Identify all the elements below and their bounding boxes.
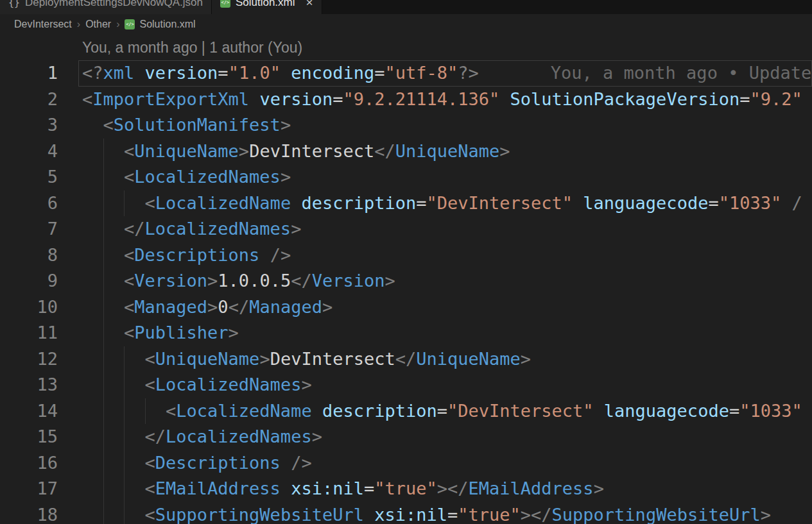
code-line[interactable]: 13 <LocalizedNames> [0, 372, 812, 398]
code-token: xml [103, 63, 135, 83]
tab-deploymentsettingsdevnowqa-json[interactable]: {}DeploymentSettingsDevNowQA.json [0, 0, 212, 14]
code-line[interactable]: 18 <SupportingWebsiteUrl xsi:nil="true">… [0, 502, 812, 524]
code-line[interactable]: 11 <Publisher> [0, 320, 812, 346]
line-number[interactable]: 12 [0, 346, 58, 373]
code-line[interactable]: 6 <LocalizedName description="DevInterse… [0, 190, 812, 217]
line-content: <Version>1.0.0.5</Version> [78, 268, 812, 294]
line-number[interactable]: 1 [0, 60, 58, 87]
line-number[interactable]: 13 [0, 372, 58, 398]
code-token [259, 245, 270, 265]
code-line[interactable]: 7 </LocalizedNames> [0, 216, 812, 242]
line-number[interactable]: 11 [0, 320, 58, 346]
line-number[interactable]: 16 [0, 450, 58, 477]
breadcrumb-label: Other [85, 19, 111, 30]
tab-content: </>Solution.xml× [212, 0, 322, 14]
indent-guide [124, 372, 125, 398]
line-content: </LocalizedNames> [78, 424, 812, 450]
code-token: "9.2" [750, 89, 802, 109]
line-number[interactable]: 6 [0, 190, 58, 217]
code-line[interactable]: 10 <Managed>0</Managed> [0, 294, 812, 321]
code-token [134, 63, 144, 83]
line-number[interactable]: 15 [0, 424, 58, 450]
code-line[interactable]: 16 <Descriptions /> [0, 450, 812, 477]
code-token: Managed [134, 297, 207, 317]
line-content: <ImportExportXml version="9.2.21114.136"… [78, 87, 812, 113]
line-number[interactable]: 17 [0, 476, 58, 502]
indent-guide [124, 346, 125, 373]
code-line[interactable]: 2<ImportExportXml version="9.2.21114.136… [0, 87, 812, 113]
code-line[interactable]: 9 <Version>1.0.0.5</Version> [0, 268, 812, 294]
code-line[interactable]: 15 </LocalizedNames> [0, 424, 812, 450]
tab-solution-xml[interactable]: </>Solution.xml× [212, 0, 322, 14]
code-token: < [124, 167, 134, 187]
code-token: > [301, 375, 311, 394]
code-token: > [761, 505, 771, 524]
code-token: languagecode [604, 401, 729, 421]
line-number[interactable]: 10 [0, 294, 58, 321]
code-token: <? [82, 63, 103, 83]
line-number[interactable]: 18 [0, 502, 58, 524]
breadcrumb-item-solution-xml[interactable]: </>Solution.xml [125, 19, 195, 30]
code-token: > [207, 271, 218, 291]
close-icon[interactable]: × [306, 0, 313, 10]
code-token: = [729, 401, 739, 421]
line-number[interactable]: 7 [0, 216, 58, 242]
code-token: LocalizedNames [134, 167, 281, 187]
line-number[interactable]: 5 [0, 164, 58, 190]
code-token: DevIntersect [270, 349, 395, 369]
code-token: languagecode [583, 193, 708, 213]
code-token: </ [374, 141, 395, 161]
indent-guide [103, 190, 104, 217]
indent-guide [124, 502, 125, 524]
line-number[interactable]: 4 [0, 139, 58, 165]
indent-guide [103, 139, 104, 165]
code-line[interactable]: 14 <LocalizedName description="DevInters… [0, 398, 812, 425]
code-line[interactable]: 8 <Descriptions /> [0, 242, 812, 269]
indent-guide [103, 346, 104, 373]
line-content: </LocalizedNames> [78, 216, 812, 242]
code-token: "true" [458, 505, 521, 524]
code-token: 1.0.0.5 [218, 271, 291, 291]
indent-guide [124, 450, 125, 477]
chevron-right-icon: › [77, 19, 80, 30]
line-content: <LocalizedName description="DevIntersect… [78, 190, 812, 217]
line-number[interactable]: 9 [0, 268, 58, 294]
indent-guide [103, 242, 104, 269]
code-token: < [124, 141, 134, 161]
line-number[interactable]: 2 [0, 87, 58, 113]
line-content: <Publisher> [78, 320, 812, 346]
code-line[interactable]: 5 <LocalizedNames> [0, 164, 812, 190]
code-token: ></ [521, 505, 552, 524]
line-content: <LocalizedName description="DevIntersect… [78, 398, 812, 425]
code-line[interactable]: 4 <UniqueName>DevIntersect</UniqueName> [0, 139, 812, 165]
indent-guide [145, 398, 146, 425]
codelens-blame-summary[interactable]: You, a month ago | 1 author (You) [82, 35, 812, 60]
code-token: UniqueName [134, 141, 239, 161]
code-token: EMailAddress [155, 478, 281, 498]
code-token: Publisher [134, 323, 228, 342]
code-token: = [364, 478, 374, 498]
code-token: > [291, 219, 301, 239]
breadcrumb-item-devintersect[interactable]: DevIntersect [14, 19, 72, 30]
line-number[interactable]: 14 [0, 398, 58, 425]
code-token: Descriptions [134, 245, 259, 265]
line-number[interactable]: 8 [0, 242, 58, 269]
indent-guide [124, 398, 125, 425]
code-token: < [124, 323, 134, 342]
code-token: </ [145, 427, 166, 446]
indent-guide [103, 216, 104, 242]
code-line[interactable]: 3 <SolutionManifest> [0, 112, 812, 139]
code-token: = [374, 63, 384, 83]
code-token: xsi:nil [374, 505, 447, 524]
breadcrumb-item-other[interactable]: Other [85, 19, 111, 30]
code-token [281, 478, 291, 498]
code-token: Descriptions [155, 453, 281, 473]
line-content: <Descriptions /> [78, 450, 812, 477]
code-line[interactable]: 1<?xml version="1.0" encoding="utf-8"?>Y… [0, 60, 812, 87]
code-token: > [499, 141, 510, 161]
code-line[interactable]: 17 <EMailAddress xsi:nil="true"></EMailA… [0, 476, 812, 502]
indent-whitespace [82, 115, 103, 135]
code-token: > [384, 271, 395, 291]
line-number[interactable]: 3 [0, 112, 58, 139]
code-line[interactable]: 12 <UniqueName>DevIntersect</UniqueName> [0, 346, 812, 373]
